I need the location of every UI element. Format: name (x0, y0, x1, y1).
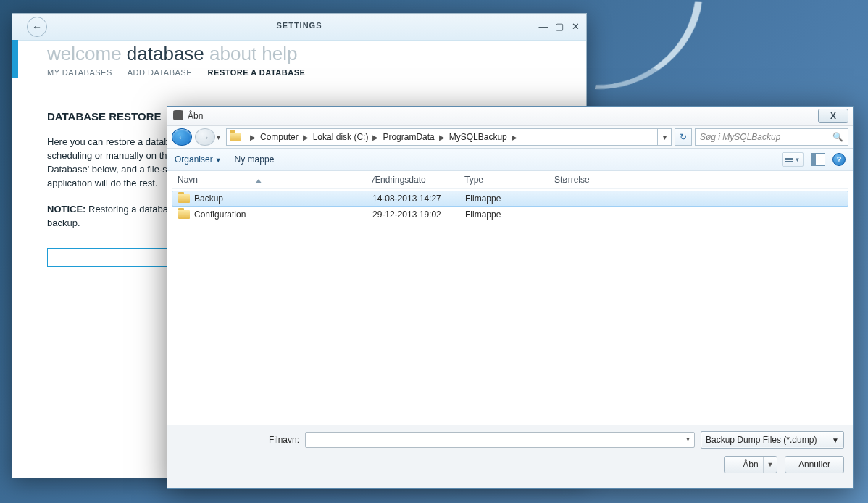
chevron-down-icon: ▾ (686, 435, 690, 443)
help-button[interactable]: ? (832, 153, 846, 166)
list-item[interactable]: Configuration 29-12-2013 19:02 Filmappe (172, 207, 848, 223)
close-button[interactable]: ✕ (570, 21, 580, 32)
col-type[interactable]: Type (459, 175, 548, 185)
item-date: 29-12-2013 19:02 (367, 209, 459, 220)
folder-icon (230, 133, 241, 141)
col-size[interactable]: Størrelse (548, 175, 641, 185)
chevron-right-icon: ▶ (435, 133, 449, 141)
cancel-button[interactable]: Annuller (785, 456, 844, 473)
filename-input[interactable]: ▾ (305, 432, 695, 448)
filename-row: Filnavn: ▾ Backup Dump Files (*.dump) ▼ (176, 431, 844, 449)
settings-titlebar: ← SETTINGS — ▢ ✕ (12, 14, 586, 41)
filetype-filter[interactable]: Backup Dump Files (*.dump) ▼ (701, 431, 844, 449)
search-icon: 🔍 (832, 132, 843, 142)
dialog-title: Åbn (188, 111, 203, 121)
subnav-add-database[interactable]: ADD DATABASE (128, 68, 192, 77)
chevron-down-icon: ▼ (795, 157, 801, 163)
nav-help[interactable]: help (262, 43, 297, 65)
notice-label: NOTICE: (47, 204, 85, 215)
folder-icon (178, 210, 190, 219)
close-icon: X (830, 111, 836, 121)
arrow-right-icon: → (201, 132, 210, 143)
folder-icon (178, 194, 190, 203)
help-icon: ? (837, 155, 842, 164)
back-button[interactable]: ← (27, 17, 47, 37)
nav-forward-button[interactable]: → (195, 128, 215, 146)
list-item[interactable]: Backup 14-08-2013 14:27 Filmappe (172, 191, 848, 207)
nav-secondary: MY DATABASES ADD DATABASE RESTORE A DATA… (47, 68, 586, 77)
chevron-right-icon: ▶ (246, 133, 260, 141)
dialog-navrow: ← → ▾ ▶ Computer ▶ Lokal disk (C:) ▶ Pro… (167, 126, 853, 149)
breadcrumb-segment[interactable]: MySQLBackup (449, 132, 507, 142)
col-date[interactable]: Ændringsdato (366, 175, 459, 185)
subnav-restore-database[interactable]: RESTORE A DATABASE (208, 68, 306, 77)
minimize-button[interactable]: — (538, 21, 548, 32)
dialog-close-button[interactable]: X (818, 109, 848, 123)
nav-history-dropdown[interactable]: ▾ (217, 133, 220, 141)
open-label: Åbn (743, 460, 758, 470)
breadcrumb-dropdown[interactable]: ▾ (657, 129, 671, 145)
col-name[interactable]: Navn ▲ (172, 175, 366, 185)
maximize-button[interactable]: ▢ (554, 21, 564, 32)
breadcrumb[interactable]: ▶ Computer ▶ Lokal disk (C:) ▶ ProgramDa… (226, 128, 672, 146)
chevron-down-icon: ▼ (215, 157, 222, 164)
item-date: 14-08-2013 14:27 (367, 194, 459, 204)
chevron-down-icon: ▼ (832, 436, 839, 444)
subnav-my-databases[interactable]: MY DATABASES (47, 68, 112, 77)
organize-menu[interactable]: Organiser▼ (175, 154, 222, 165)
active-nav-accent (12, 40, 18, 78)
arrow-left-icon: ← (32, 21, 42, 33)
dialog-footer: Filnavn: ▾ Backup Dump Files (*.dump) ▼ … (167, 425, 853, 488)
nav-database[interactable]: database (127, 43, 204, 65)
dialog-titlebar: Åbn X (167, 107, 853, 126)
open-button[interactable]: Åbn ▼ (724, 456, 777, 473)
col-name-label: Navn (178, 175, 198, 185)
file-list: Navn ▲ Ændringsdato Type Størrelse Backu… (167, 171, 853, 425)
item-name: Backup (194, 194, 223, 204)
background-decor (595, 0, 702, 93)
refresh-icon: ↻ (680, 132, 687, 142)
settings-title: SETTINGS (276, 21, 322, 30)
chevron-right-icon: ▶ (299, 133, 313, 141)
window-controls: — ▢ ✕ (538, 21, 580, 32)
view-mode-button[interactable]: ▼ (782, 152, 804, 167)
file-open-dialog: Åbn X ← → ▾ ▶ Computer ▶ Lokal disk (C:)… (167, 106, 854, 489)
dialog-buttons: Åbn ▼ Annuller (176, 456, 844, 473)
list-view-icon (785, 158, 793, 162)
breadcrumb-segment[interactable]: ProgramData (383, 132, 434, 142)
database-icon (173, 112, 183, 120)
breadcrumb-segment[interactable]: Lokal disk (C:) (313, 132, 369, 142)
nav-about[interactable]: about (209, 43, 256, 65)
column-headers: Navn ▲ Ændringsdato Type Størrelse (172, 171, 848, 189)
chevron-right-icon: ▶ (507, 133, 522, 141)
open-split-dropdown[interactable]: ▼ (763, 457, 777, 473)
filter-label: Backup Dump Files (*.dump) (706, 435, 817, 445)
arrow-left-icon: ← (178, 132, 187, 143)
new-folder-button[interactable]: Ny mappe (235, 154, 275, 165)
refresh-button[interactable]: ↻ (675, 128, 692, 146)
preview-pane-button[interactable] (811, 153, 825, 166)
cancel-label: Annuller (798, 460, 830, 470)
dialog-toolbar: Organiser▼ Ny mappe ▼ ? (167, 149, 853, 171)
nav-back-button[interactable]: ← (172, 128, 192, 146)
item-name: Configuration (194, 209, 246, 220)
organize-label: Organiser (175, 154, 213, 165)
sort-ascending-icon: ▲ (254, 178, 264, 184)
filename-label: Filnavn: (176, 435, 299, 445)
search-placeholder: Søg i MySQLBackup (700, 132, 780, 142)
chevron-right-icon: ▶ (368, 133, 383, 141)
item-type: Filmappe (459, 194, 549, 204)
item-type: Filmappe (459, 209, 549, 220)
nav-primary: welcome database about help (47, 43, 586, 65)
search-input[interactable]: Søg i MySQLBackup 🔍 (695, 128, 848, 146)
nav-welcome[interactable]: welcome (47, 43, 122, 65)
breadcrumb-segment[interactable]: Computer (260, 132, 299, 142)
